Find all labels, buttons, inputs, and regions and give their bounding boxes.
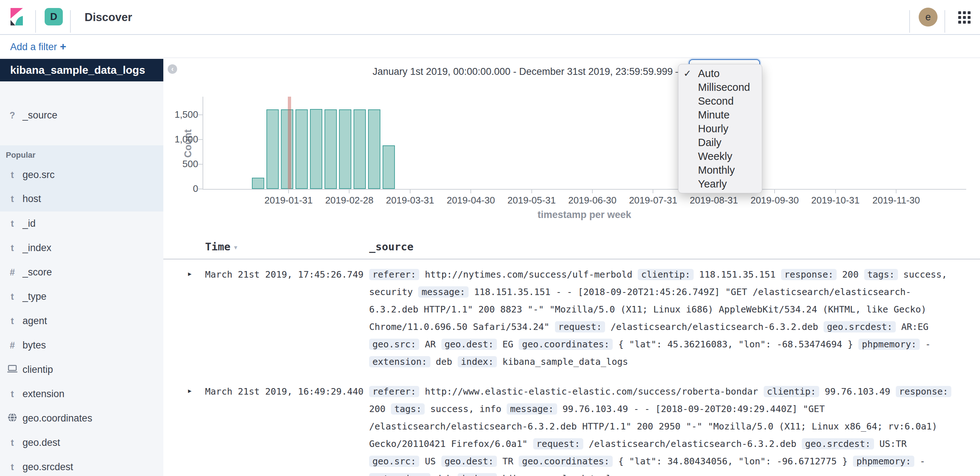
histogram-bar[interactable]: [383, 145, 395, 189]
sidebar-item-clientip[interactable]: clientip: [0, 358, 163, 382]
sidebar-item-source[interactable]: ? _source: [0, 103, 163, 127]
sidebar-item--type[interactable]: t_type: [0, 284, 163, 309]
field-name-badge: clientip:: [764, 386, 819, 397]
sidebar-item-agent[interactable]: tagent: [0, 309, 163, 333]
interval-option-hourly[interactable]: Hourly: [678, 122, 762, 136]
x-tick-mark: [835, 190, 836, 193]
geo-point-type-icon: [6, 413, 19, 425]
sidebar-item-host[interactable]: thost: [0, 187, 163, 211]
histogram-bar[interactable]: [325, 109, 337, 189]
interval-option-yearly[interactable]: Yearly: [678, 177, 762, 191]
sidebar-item--score[interactable]: #_score: [0, 260, 163, 284]
unknown-type-icon: ?: [6, 110, 19, 121]
x-axis-title: timestamp per week: [476, 209, 693, 220]
x-tick-label: 2019-08-31: [678, 195, 750, 206]
interval-option-monthly[interactable]: Monthly: [678, 163, 762, 177]
field-name-badge: extension:: [369, 356, 431, 367]
field-value: kibana_sample_data_logs: [497, 356, 628, 367]
field-name: geo.dest: [22, 437, 60, 448]
collapse-sidebar-button[interactable]: ‹: [168, 64, 177, 74]
histogram-bar[interactable]: [310, 109, 322, 189]
sidebar-item-geo-dest[interactable]: tgeo.dest: [0, 431, 163, 455]
table-header-row: Time▼ _source: [163, 235, 980, 259]
column-header-time[interactable]: Time▼: [205, 235, 237, 259]
field-name-badge: geo.src:: [369, 339, 419, 350]
interval-option-auto[interactable]: ✓Auto: [678, 67, 762, 80]
app-switcher-grid-icon[interactable]: [958, 11, 970, 24]
field-name-badge: geo.srcdest:: [824, 321, 896, 332]
topbar-divider: [35, 10, 36, 33]
histogram-bar[interactable]: [339, 109, 352, 189]
x-tick-label: 2019-06-30: [556, 195, 628, 206]
histogram-bar[interactable]: [353, 109, 366, 189]
interval-option-millisecond[interactable]: Millisecond: [678, 80, 762, 94]
interval-option-weekly[interactable]: Weekly: [678, 149, 762, 163]
field-value: US: [419, 456, 441, 466]
string-type-icon: t: [6, 291, 19, 302]
string-type-icon: t: [6, 194, 19, 204]
histogram-bar[interactable]: [296, 109, 308, 189]
table-row: ▶March 21st 2019, 16:49:29.440referer: h…: [163, 377, 980, 476]
number-type-icon: #: [6, 267, 19, 278]
histogram-bar[interactable]: [266, 109, 279, 189]
table-row: ▶March 21st 2019, 17:45:26.749referer: h…: [163, 259, 980, 377]
field-name-badge: clientip:: [638, 269, 693, 280]
histogram-bar[interactable]: [281, 109, 293, 189]
available-fields-list: t_idt_index#_scoret_typetagent#bytesclie…: [0, 211, 163, 476]
field-name-badge: geo.src:: [369, 456, 419, 467]
histogram-bar[interactable]: [368, 109, 380, 189]
field-name-badge: referer:: [369, 269, 419, 280]
expand-row-icon[interactable]: ▶: [188, 387, 192, 394]
index-pattern-selector[interactable]: kibana_sample_data_logs: [0, 59, 163, 81]
string-type-icon: t: [6, 389, 19, 399]
field-name-badge: tags:: [864, 269, 898, 280]
x-tick-label: 2019-04-30: [434, 195, 507, 206]
x-tick-mark: [410, 190, 410, 193]
x-tick-label: 2019-03-31: [374, 195, 447, 206]
field-value: kibana_sample_data_logs: [497, 473, 628, 476]
field-name-badge: request:: [555, 321, 605, 332]
x-tick-label: 2019-02-28: [313, 195, 385, 206]
discover-app-icon[interactable]: D: [45, 8, 63, 26]
field-name-badge: index:: [458, 356, 497, 367]
string-type-icon: t: [6, 462, 19, 472]
x-tick-label: 2019-11-30: [860, 195, 932, 206]
field-name-badge: index:: [458, 473, 497, 476]
string-type-icon: t: [6, 218, 19, 229]
y-tick-mark: [198, 164, 202, 165]
string-type-icon: t: [6, 243, 19, 253]
expand-row-icon[interactable]: ▶: [188, 270, 192, 277]
x-tick-mark: [896, 190, 897, 193]
source-cell: referer: http://www.elastic-elastic-elas…: [369, 383, 957, 476]
field-value: /elasticsearch/elasticsearch-6.3.2.deb: [605, 321, 824, 332]
field-name: host: [22, 193, 41, 204]
string-type-icon: t: [6, 438, 19, 448]
interval-option-second[interactable]: Second: [678, 94, 762, 108]
sidebar-item-geo-srcdest[interactable]: tgeo.srcdest: [0, 455, 163, 476]
sort-descending-icon[interactable]: ▼: [234, 244, 237, 251]
sidebar-item--id[interactable]: t_id: [0, 211, 163, 236]
sidebar-item-extension[interactable]: textension: [0, 382, 163, 406]
field-name-badge: message:: [418, 286, 468, 297]
x-tick-label: 2019-09-30: [738, 195, 811, 206]
user-avatar[interactable]: e: [919, 8, 937, 27]
field-name: _source: [22, 110, 57, 121]
field-value: deb: [431, 356, 458, 367]
field-name: clientip: [22, 364, 53, 375]
x-tick-mark: [592, 190, 593, 193]
x-tick-mark: [652, 190, 653, 193]
field-name-badge: tags:: [391, 403, 425, 415]
histogram-bar[interactable]: [252, 178, 264, 189]
plus-icon: +: [60, 40, 67, 52]
kibana-logo-icon[interactable]: [11, 8, 23, 27]
sidebar-item--index[interactable]: t_index: [0, 236, 163, 260]
number-type-icon: #: [6, 340, 19, 351]
sidebar-item-bytes[interactable]: #bytes: [0, 333, 163, 358]
sidebar-item-geo-src[interactable]: tgeo.src: [0, 163, 163, 187]
interval-option-daily[interactable]: Daily: [678, 136, 762, 149]
sidebar-item-geo-coordinates[interactable]: geo.coordinates: [0, 406, 163, 431]
field-name: geo.coordinates: [22, 413, 92, 424]
x-tick-label: 2019-01-31: [252, 195, 325, 206]
interval-option-minute[interactable]: Minute: [678, 108, 762, 122]
add-filter-button[interactable]: Add a filter+: [10, 35, 67, 58]
